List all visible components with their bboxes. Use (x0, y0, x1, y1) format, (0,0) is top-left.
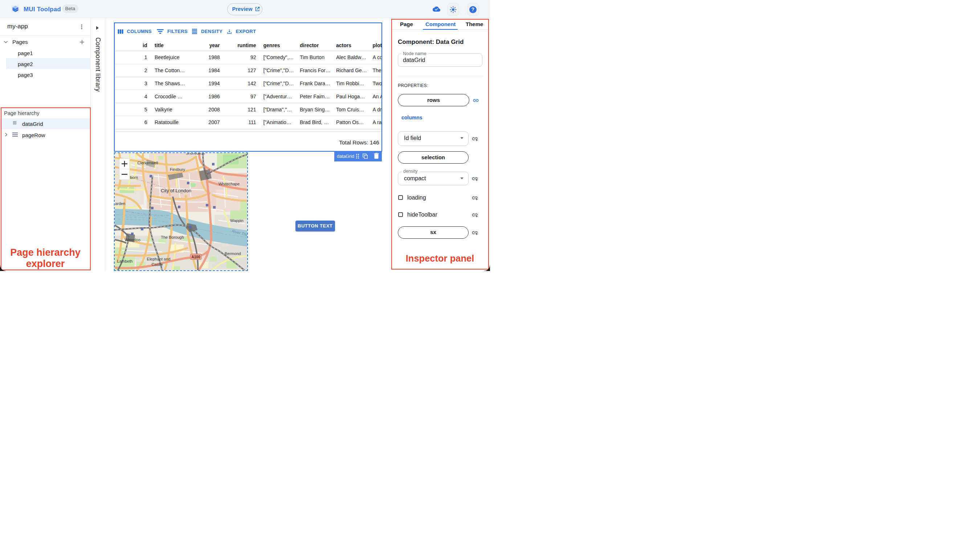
svg-text:The Borough: The Borough (161, 235, 184, 240)
svg-text:Elephant and: Elephant and (146, 257, 170, 261)
svg-text:Shoreditch: Shoreditch (186, 153, 205, 155)
svg-text:Lambeth: Lambeth (117, 259, 132, 263)
svg-text:Waterloo: Waterloo (124, 238, 140, 242)
svg-text:City of London: City of London (161, 188, 191, 193)
svg-text:Finsbury: Finsbury (170, 167, 185, 172)
svg-text:A100: A100 (191, 255, 200, 259)
svg-text:Wappin: Wappin (230, 218, 243, 223)
svg-text:Castle: Castle (151, 262, 162, 267)
svg-text:Clerkenwell: Clerkenwell (137, 161, 158, 165)
svg-text:Bermond: Bermond (225, 251, 241, 256)
svg-text:arden: arden (115, 201, 125, 206)
svg-text:Whitechape: Whitechape (218, 182, 240, 186)
svg-text:born: born (130, 175, 138, 180)
